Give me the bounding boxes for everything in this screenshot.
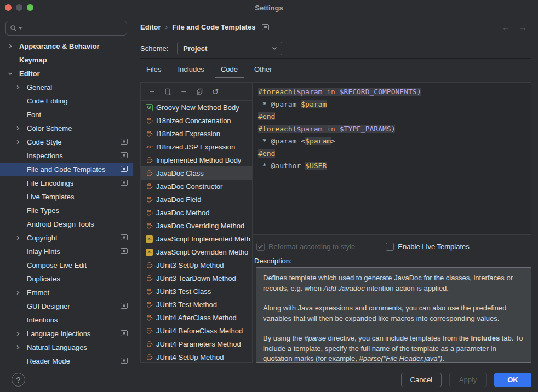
sidebar-item-file-types[interactable]: File Types — [0, 204, 133, 217]
sidebar-item-gui-designer[interactable]: GUI Designer — [0, 299, 133, 313]
sidebar-item-label: Natural Languages — [27, 343, 87, 351]
sidebar-item-code-style[interactable]: Code Style — [0, 135, 133, 149]
settings-dialog: Settings Appearance & BehaviorKeymapEdit… — [0, 0, 538, 392]
tab-includes[interactable]: Includes — [178, 65, 204, 78]
ok-button[interactable]: OK — [494, 373, 531, 387]
template-item-i18nized-concatenation[interactable]: I18nized Concatenation — [141, 114, 252, 127]
template-item-groovy-new-method-body[interactable]: GGroovy New Method Body — [141, 101, 252, 114]
template-item-javadoc-field[interactable]: JavaDoc Field — [141, 193, 252, 206]
template-item-junit3-teardown-method[interactable]: JUnit3 TearDown Method — [141, 272, 252, 285]
sidebar-item-label: GUI Designer — [27, 302, 70, 310]
settings-sidebar: Appearance & BehaviorKeymapEditorGeneral… — [0, 15, 133, 367]
scheme-label: Scheme: — [140, 44, 168, 53]
sidebar-item-code-editing[interactable]: Code Editing — [0, 94, 133, 108]
template-item-label: JavaDoc Class — [156, 169, 204, 177]
sidebar-item-font[interactable]: Font — [0, 108, 133, 122]
sidebar-item-label: File Encodings — [27, 179, 73, 187]
sidebar-item-intentions[interactable]: Intentions — [0, 313, 133, 327]
template-item-implemented-method-body[interactable]: Implemented Method Body — [141, 153, 252, 166]
sidebar-item-label: File and Code Templates — [27, 165, 106, 174]
template-item-junit4-parameters-method[interactable]: JUnit4 Parameters Method — [141, 337, 252, 350]
add-icon[interactable] — [147, 87, 156, 96]
sidebar-item-general[interactable]: General — [0, 80, 133, 94]
sidebar-item-emmet[interactable]: Emmet — [0, 286, 133, 299]
java-class-icon — [145, 341, 153, 348]
chevron-down-icon[interactable] — [8, 71, 19, 76]
tab-other[interactable]: Other — [254, 65, 272, 78]
reset-icon[interactable]: ↺ — [211, 87, 220, 96]
search-field[interactable] — [5, 21, 127, 36]
cancel-button[interactable]: Cancel — [401, 373, 442, 387]
sidebar-item-duplicates[interactable]: Duplicates — [0, 272, 133, 286]
sidebar-item-inspections[interactable]: Inspections — [0, 149, 133, 163]
sidebar-item-appearance-behavior[interactable]: Appearance & Behavior — [0, 39, 133, 53]
chevron-right-icon[interactable] — [15, 235, 27, 240]
sidebar-item-copyright[interactable]: Copyright — [0, 231, 133, 245]
template-item-label: JUnit4 SetUp Method — [156, 353, 224, 361]
template-item-javascript-overridden-metho[interactable]: JSJavaScript Overridden Metho — [141, 245, 252, 258]
chevron-right-icon[interactable] — [15, 85, 27, 90]
code-line: * @param <$param> — [258, 135, 525, 148]
sidebar-item-natural-languages[interactable]: Natural Languages — [0, 341, 133, 354]
modified-indicator-icon — [121, 152, 128, 160]
sidebar-item-inlay-hints[interactable]: Inlay Hints — [0, 245, 133, 258]
apply-button: Apply — [449, 373, 487, 387]
template-item-junit3-test-method[interactable]: JUnit3 Test Method — [141, 298, 252, 311]
template-item-junit3-setup-method[interactable]: JUnit3 SetUp Method — [141, 258, 252, 272]
java-class-icon — [145, 222, 153, 229]
chevron-right-icon[interactable] — [8, 44, 19, 49]
chevron-right-icon[interactable] — [15, 331, 27, 336]
chevron-right-icon[interactable] — [15, 290, 27, 295]
chevron-right-icon[interactable] — [15, 345, 27, 350]
search-options-icon[interactable] — [19, 27, 22, 30]
template-item-javascript-implemented-meth[interactable]: JSJavaScript Implemented Meth — [141, 232, 252, 245]
tab-files[interactable]: Files — [146, 65, 161, 78]
tab-code[interactable]: Code — [221, 65, 238, 78]
template-item-label: JavaDoc Method — [156, 209, 210, 217]
forward-button[interactable]: → — [519, 22, 527, 32]
template-item-javadoc-method[interactable]: JavaDoc Method — [141, 206, 252, 219]
sidebar-item-file-and-code-templates[interactable]: File and Code Templates — [0, 163, 133, 176]
sidebar-item-label: Language Injections — [27, 330, 90, 338]
template-item-label: JUnit4 Parameters Method — [156, 340, 241, 348]
scheme-dropdown[interactable]: Project — [177, 42, 282, 55]
sidebar-item-language-injections[interactable]: Language Injections — [0, 327, 133, 341]
chevron-right-icon[interactable] — [15, 140, 27, 145]
sidebar-item-editor[interactable]: Editor — [0, 67, 133, 80]
template-item-label: JavaScript Implemented Meth — [156, 235, 250, 243]
template-item-javadoc-constructor[interactable]: JavaDoc Constructor — [141, 180, 252, 193]
sidebar-item-color-scheme[interactable]: Color Scheme — [0, 122, 133, 135]
copy-icon[interactable] — [195, 87, 204, 96]
template-item-javadoc-class[interactable]: JavaDoc Class — [141, 166, 252, 180]
back-button[interactable]: ← — [502, 22, 510, 32]
sidebar-item-android-design-tools[interactable]: Android Design Tools — [0, 217, 133, 231]
template-code-editor[interactable]: #foreach($param in $RECORD_COMPONENTS) *… — [253, 82, 531, 235]
sidebar-item-keymap[interactable]: Keymap — [0, 53, 133, 67]
sidebar-item-label: Intentions — [27, 316, 58, 324]
duplicate-icon[interactable] — [163, 87, 172, 96]
sidebar-item-reader-mode[interactable]: Reader Mode — [0, 354, 133, 367]
sidebar-item-label: General — [27, 83, 52, 91]
help-button[interactable]: ? — [12, 373, 25, 387]
sidebar-item-file-encodings[interactable]: File Encodings — [0, 176, 133, 190]
sidebar-item-live-templates[interactable]: Live Templates — [0, 190, 133, 204]
reformat-label: Reformat according to style — [268, 243, 355, 251]
template-item-i18nized-expression[interactable]: I18nized Expression — [141, 127, 252, 140]
sidebar-item-compose-live-edit[interactable]: Compose Live Edit — [0, 258, 133, 272]
template-item-junit4-afterclass-method[interactable]: JUnit4 AfterClass Method — [141, 311, 252, 324]
template-item-i18nized-jsp-expression[interactable]: JSPI18nized JSP Expression — [141, 140, 252, 153]
template-item-label: I18nized Expression — [156, 130, 220, 138]
java-class-icon — [145, 354, 153, 361]
template-item-javadoc-overriding-method[interactable]: JavaDoc Overriding Method — [141, 219, 252, 232]
remove-icon[interactable] — [179, 87, 188, 96]
breadcrumb-editor[interactable]: Editor — [140, 23, 161, 31]
sidebar-item-label: Color Scheme — [27, 124, 72, 132]
chevron-right-icon[interactable] — [15, 126, 27, 131]
template-item-junit4-beforeclass-method[interactable]: JUnit4 BeforeClass Method — [141, 324, 252, 337]
scheme-row: Scheme: Project — [140, 38, 531, 59]
java-class-icon — [145, 288, 153, 295]
live-templates-checkbox[interactable]: Enable Live Templates — [386, 243, 470, 251]
search-input[interactable] — [24, 24, 123, 32]
template-item-junit4-setup-method[interactable]: JUnit4 SetUp Method — [141, 350, 252, 362]
template-item-junit3-test-class[interactable]: JUnit3 Test Class — [141, 285, 252, 298]
